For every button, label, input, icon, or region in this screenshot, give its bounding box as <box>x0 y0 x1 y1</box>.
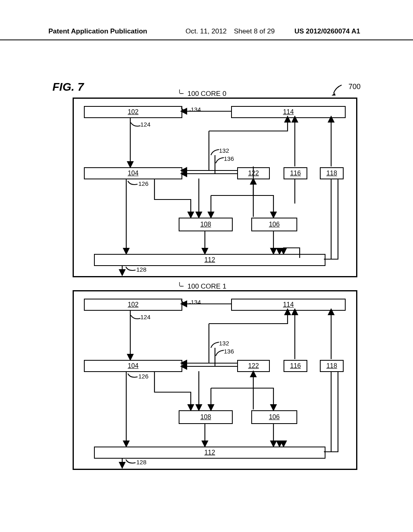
ref-132: 132 <box>219 340 229 347</box>
ref-136: 136 <box>224 155 234 162</box>
block-116: 116 <box>284 167 307 179</box>
block-112: 112 <box>94 447 325 459</box>
block-118: 118 <box>320 167 344 179</box>
header-publication-type: Patent Application Publication <box>48 27 147 35</box>
ref-124: 124 <box>140 121 150 128</box>
block-114: 114 <box>231 106 346 118</box>
page-header: Patent Application Publication Oct. 11, … <box>0 27 413 40</box>
block-114: 114 <box>231 299 346 311</box>
core1-label-prefix: 100 <box>188 283 199 290</box>
core0-label-name: CORE 0 <box>201 90 226 98</box>
block-102: 102 <box>84 299 182 311</box>
core0-label-prefix: 100 <box>188 90 199 98</box>
ref-128-label: 128 <box>136 266 146 273</box>
ref-128: 128 <box>136 459 146 466</box>
header-date: Oct. 11, 2012 <box>186 27 227 35</box>
figure-label: FIG. 7 <box>52 81 84 94</box>
block-122: 122 <box>237 360 270 372</box>
ref-126-label: 126 <box>138 180 148 187</box>
block-102: 102 <box>84 106 182 118</box>
overall-ref-700: 700 <box>348 83 361 91</box>
block-106: 106 <box>251 218 297 231</box>
core1-arrows <box>74 291 356 469</box>
ref-136: 136 <box>224 348 234 355</box>
block-122: 122 <box>237 167 270 179</box>
core0-arrows <box>74 99 356 276</box>
core0-label: ╰╴ 100 CORE 0 <box>177 89 226 98</box>
ref-132: 132 <box>219 147 229 154</box>
header-pub-number: US 2012/0260074 A1 <box>294 27 360 35</box>
block-108: 108 <box>179 410 233 424</box>
core1-container: 102 114 104 122 116 118 108 106 112 134 … <box>73 290 357 470</box>
block-106: 106 <box>251 410 297 424</box>
ref-128: 128 <box>136 266 146 273</box>
core1-label-name: CORE 1 <box>201 283 226 290</box>
block-118: 118 <box>320 360 344 372</box>
core0-container: 102 114 104 122 116 118 108 106 112 134 … <box>73 98 357 277</box>
ref-126-label: 126 <box>138 373 148 380</box>
ref-134: 134 <box>191 299 201 305</box>
ref-126: 126 <box>138 180 148 187</box>
ref-128-label: 128 <box>136 459 146 466</box>
block-104: 104 <box>84 167 182 179</box>
block-116: 116 <box>284 360 307 372</box>
block-108: 108 <box>179 218 233 231</box>
block-104: 104 <box>84 360 182 372</box>
ref-126: 126 <box>138 373 148 380</box>
block-112: 112 <box>94 254 325 266</box>
overall-ref-label: 700 <box>348 83 361 91</box>
header-sheet: Sheet 8 of 29 <box>234 27 275 35</box>
core1-label: ╰╴ 100 CORE 1 <box>177 282 226 291</box>
ref-134: 134 <box>191 106 201 113</box>
ref-124: 124 <box>140 314 150 320</box>
